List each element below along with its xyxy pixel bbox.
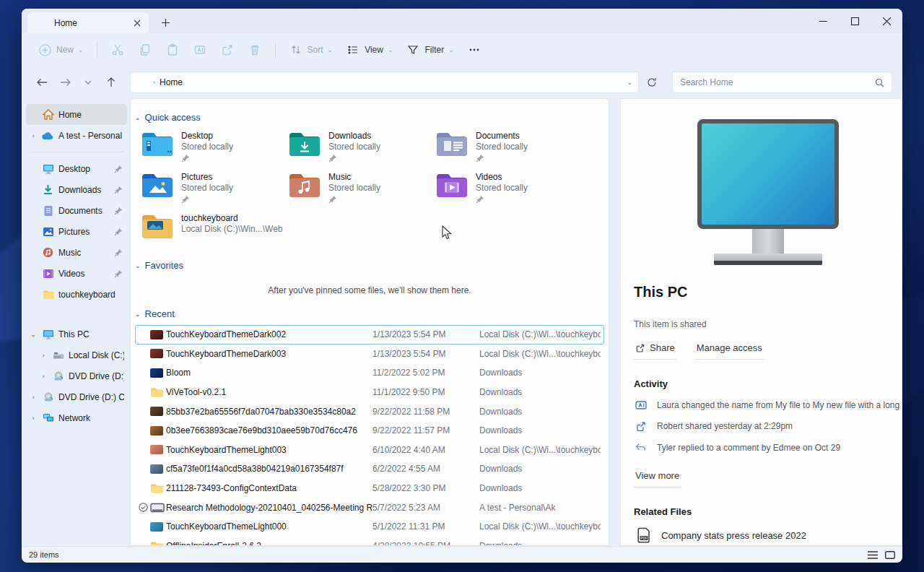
quick-access-tile-touchkeyboard[interactable]: touchkeyboard Local Disk (C:)\Win...\Web [141,212,288,240]
section-header-recent[interactable]: ⌄ Recent [131,303,609,324]
new-button[interactable]: New ⌄ [32,38,90,61]
refresh-button[interactable] [642,72,662,92]
recent-file-row[interactable]: TouchKeyboardThemeDark003 1/13/2023 5:54… [135,344,604,364]
filter-button[interactable]: Filter ⌄ [400,38,459,61]
sidebar-item-pictures[interactable]: Pictures [26,221,127,242]
paste-icon [165,43,180,57]
sidebar-item-videos[interactable]: Videos [26,263,127,284]
recent-file-row[interactable]: cf5a73fe0f1f4a0cd58a38b04219a0167354f87f… [135,459,604,479]
chevron-right-icon[interactable]: › [39,373,48,380]
tab-close-icon[interactable] [131,17,143,29]
file-date: 4/28/2022 10:55 PM [372,541,479,546]
file-location: A test - Personal\Ak [479,503,601,513]
related-file-item[interactable]: PDF Company stats press release 2022 [634,517,902,543]
work-area: Home › A test - Personal Desktop Downloa… [22,98,902,546]
recent-locations-button[interactable] [78,72,98,92]
tile-subtitle: Stored locally [328,183,380,194]
new-tab-button[interactable] [156,13,175,32]
quick-access-tile-pictures[interactable]: Pictures Stored locally [141,171,288,204]
quick-access-tile-downloads[interactable]: Downloads Stored locally [288,130,435,162]
forward-button[interactable] [55,72,75,92]
cut-button[interactable] [105,38,131,61]
sidebar-item-downloads[interactable]: Downloads [26,179,127,200]
sidebar-item-dvd-drive-d-cc[interactable]: › DVD Drive (D:) CC [26,365,127,386]
folder-small-icon [150,541,166,546]
dvd-icon [42,391,54,403]
quick-access-tile-desktop[interactable]: Desktop Stored locally [141,130,288,162]
sort-button[interactable]: Sort ⌄ [283,38,339,61]
share-button-details[interactable]: Share [634,341,676,360]
recent-file-row[interactable]: TouchKeyboardThemeDark002 1/13/2023 5:54… [135,325,604,344]
sidebar-item-home[interactable]: Home [26,104,127,125]
up-button[interactable] [101,72,121,92]
related-file-name: Company stats press release 2022 [661,530,806,541]
sidebar-item-a-test-personal[interactable]: › A test - Personal [26,125,127,146]
breadcrumb-item-home[interactable]: Home [160,77,183,87]
quick-access-tile-music[interactable]: Music Stored locally [288,171,435,204]
details-view-icon[interactable] [868,551,878,559]
recent-file-row[interactable]: 0b3ee7663893cae76e9bd310aee59b70d76cc476… [135,421,604,441]
recent-file-row[interactable]: ViVeTool-v0.2.1 11/1/2022 9:50 PM Downlo… [135,383,604,402]
back-button[interactable] [32,72,52,92]
recent-file-row[interactable]: 211128-73493-ConfigContextData 5/28/2022… [135,479,604,498]
home-icon [42,108,54,121]
section-header-favorites[interactable]: ⌄ Favorites [131,254,609,275]
breadcrumb[interactable]: › Home ⌄ [130,72,639,93]
sidebar-item-documents[interactable]: Documents [26,200,127,221]
sidebar-item-local-disk-c-[interactable]: › Local Disk (C:) [26,344,127,365]
close-button[interactable] [871,9,902,33]
copy-button[interactable] [132,38,158,61]
sidebar-item-network[interactable]: › Network [26,407,127,428]
sidebar-item-label: Videos [58,269,110,279]
recent-file-row[interactable]: 85bb37e2ba65556f7da07047bab330e3534c80a2… [135,402,604,421]
details-title: This PC [634,265,902,300]
section-header-quick-access[interactable]: ⌄ Quick access [131,106,609,127]
chevron-right-icon[interactable]: › [29,132,38,139]
paste-button[interactable] [160,38,186,61]
file-name: TouchKeyboardThemeDark003 [166,349,372,359]
downloads-icon [42,183,54,196]
tile-name: Videos [476,172,528,183]
view-button[interactable]: View ⌄ [340,38,398,61]
tile-name: Downloads [328,131,380,142]
toolbar-separator [97,42,97,58]
sidebar-item-touchkeyboard[interactable]: touchkeyboard [26,284,127,305]
search-box[interactable] [672,72,892,93]
chevron-right-icon[interactable]: › [29,394,38,401]
delete-icon [248,43,262,57]
chevron-down-icon[interactable]: ⌄ [627,79,632,86]
music-icon [42,246,54,259]
delete-button[interactable] [242,38,268,61]
sidebar-item-this-pc[interactable]: ⌄ This PC [26,324,127,344]
sidebar-item-desktop[interactable]: Desktop [26,158,127,179]
recent-file-row[interactable]: TouchKeyboardThemeLight003 6/10/2022 4:4… [135,441,604,460]
recent-file-row[interactable]: Bloom 11/2/2022 5:02 PM Downloads [135,363,604,383]
search-input[interactable] [680,77,875,87]
more-options-button[interactable] [461,38,487,61]
file-name: ViVeTool-v0.2.1 [166,387,372,397]
view-more-button[interactable]: View more [634,469,681,488]
maximize-button[interactable] [839,9,871,33]
file-date: 1/13/2023 5:54 PM [372,349,479,359]
quick-access-tile-videos[interactable]: Videos Stored locally [435,171,583,204]
chevron-right-icon: › [153,79,155,86]
manage-access-button[interactable]: Manage access [695,341,764,360]
large-icons-view-icon[interactable] [885,551,895,559]
quick-access-tile-documents[interactable]: Documents Stored locally [435,130,583,162]
rename-button[interactable] [187,38,213,61]
recent-file-row[interactable]: Research Methodology-20210401_040256-Mee… [135,498,604,517]
file-location: Local Disk (C:)\Wi...\touchkeyboard [479,521,601,532]
share-button[interactable] [214,38,240,61]
folder-pictures-icon [141,171,174,199]
sidebar-item-music[interactable]: Music [26,242,127,263]
chevron-right-icon[interactable]: › [29,415,38,422]
reply-icon [635,443,647,451]
recent-file-row[interactable]: TouchKeyboardThemeLight000 5/1/2022 11:3… [135,517,604,537]
chevron-right-icon[interactable]: › [39,352,48,359]
sidebar-item-dvd-drive-d-ccc[interactable]: › DVD Drive (D:) CCC [26,386,127,407]
sidebar-item-label: touchkeyboard [58,290,124,300]
minimize-button[interactable] [807,9,839,33]
chevron-down-icon[interactable]: ⌄ [29,331,38,338]
recent-file-row[interactable]: OfflineInsiderEnroll-2.6.2 4/28/2022 10:… [135,537,604,546]
tab-home[interactable]: Home [27,12,149,33]
